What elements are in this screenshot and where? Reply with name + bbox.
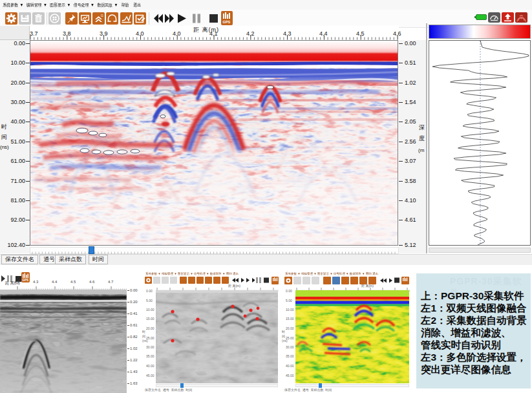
svg-text:G: G	[101, 14, 103, 17]
svg-text:GPS: GPS	[223, 20, 231, 24]
svg-text:GPS: GPS	[23, 279, 29, 282]
